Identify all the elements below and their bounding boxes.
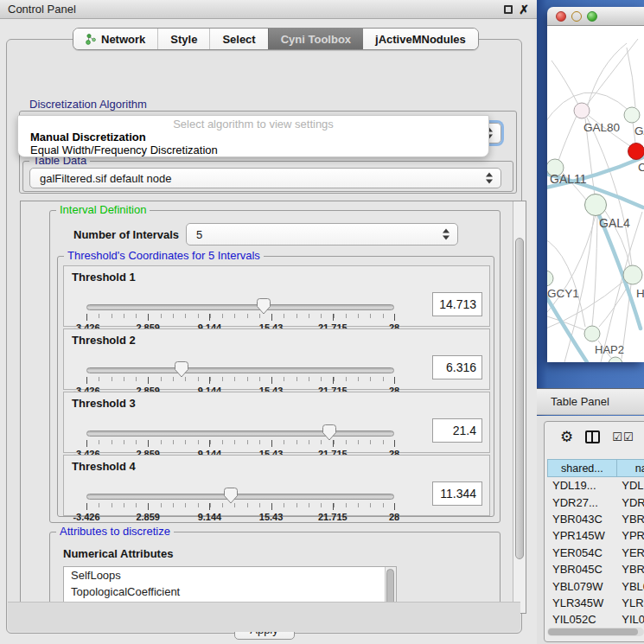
threshold-value-box[interactable]: 6.316 bbox=[432, 355, 482, 379]
table-cell-shared-name: YER054C bbox=[547, 546, 616, 559]
network-edge bbox=[547, 238, 585, 327]
gear-icon[interactable]: ⚙ bbox=[560, 430, 573, 444]
network-edge bbox=[587, 39, 638, 105]
tick-mark bbox=[86, 440, 87, 447]
network-edge bbox=[627, 48, 635, 107]
close-traffic-light[interactable] bbox=[556, 11, 566, 22]
minimize-traffic-light[interactable] bbox=[571, 11, 582, 22]
tick-mark bbox=[333, 377, 334, 384]
table-cell-name: YER054C bbox=[616, 546, 644, 559]
tick-mark bbox=[86, 314, 87, 321]
table-row[interactable]: YBR045CYBR045C bbox=[547, 561, 644, 577]
tick-mark bbox=[209, 377, 210, 384]
slider-track[interactable] bbox=[86, 430, 394, 437]
tick-label: 2.859 bbox=[136, 512, 160, 522]
popup-option-equal-width-frequency[interactable]: Equal Width/Frequency Discretization bbox=[30, 143, 218, 156]
discretization-algorithm-group-title: Discretization Algorithm bbox=[26, 99, 150, 111]
network-node[interactable] bbox=[547, 271, 553, 286]
popup-option-manual-discretization[interactable]: Manual Discretization bbox=[30, 131, 146, 143]
tick-label: 15.43 bbox=[259, 512, 284, 522]
table-row[interactable]: YIL052CYIL052C bbox=[547, 611, 644, 628]
network-node[interactable] bbox=[584, 326, 600, 341]
tick-label: 9.144 bbox=[198, 512, 222, 522]
slider-track[interactable] bbox=[86, 367, 394, 373]
threshold-value-box[interactable]: 14.713 bbox=[432, 292, 482, 316]
table-horizontal-scrollbar[interactable] bbox=[547, 628, 644, 636]
threshold-label: Threshold 4 bbox=[72, 460, 136, 473]
network-edge bbox=[592, 215, 597, 326]
control-panel-tabbar: Network Style Select Cyni Toolbox jActiv… bbox=[73, 28, 479, 50]
popup-placeholder: Select algorithm to view settings bbox=[18, 118, 488, 131]
network-edge bbox=[552, 61, 578, 105]
tab-cyni-toolbox[interactable]: Cyni Toolbox bbox=[268, 29, 363, 49]
threshold-value-box[interactable]: 21.4 bbox=[432, 418, 482, 443]
table-row[interactable]: YLR345WYLR345W bbox=[547, 595, 644, 611]
table-row[interactable]: YPR145WYPR145W bbox=[547, 527, 644, 544]
close-icon[interactable]: ✗ bbox=[519, 4, 529, 15]
tick-mark bbox=[333, 314, 334, 321]
threshold-slider: -3.4262.8599.14415.4321.71528 bbox=[86, 427, 394, 453]
num-intervals-combobox[interactable]: 5 bbox=[186, 223, 458, 245]
interval-definition-group-title: Interval Definition bbox=[56, 204, 150, 216]
threshold-label: Threshold 1 bbox=[72, 271, 136, 284]
threshold-row: Threshold 3-3.4262.8599.14415.4321.71528… bbox=[63, 392, 490, 453]
table-data-combobox[interactable]: galFiltered.sif default node bbox=[29, 168, 501, 188]
tab-style[interactable]: Style bbox=[157, 29, 209, 49]
tick-mark bbox=[148, 377, 149, 384]
tab-network[interactable]: Network bbox=[73, 29, 157, 49]
slider-handle[interactable] bbox=[175, 361, 188, 378]
settings-scrollbar[interactable] bbox=[513, 201, 526, 613]
slider-handle[interactable] bbox=[224, 488, 238, 504]
threshold-value-box[interactable]: 11.344 bbox=[432, 481, 482, 506]
table-row[interactable]: YBL079WYBL079W bbox=[547, 577, 644, 594]
threshold-rows: Threshold 1-3.4262.8599.14415.4321.71528… bbox=[63, 265, 488, 518]
table-cell-name: YBL079W bbox=[616, 580, 644, 593]
cyni-toolbox-panel: Discretization Algorithm Table Data galF… bbox=[6, 39, 522, 634]
attribute-list-item[interactable]: SelfLoops bbox=[64, 567, 396, 583]
slider-track[interactable] bbox=[86, 494, 394, 500]
scrollbar-thumb[interactable] bbox=[548, 628, 638, 635]
slider-handle[interactable] bbox=[257, 298, 271, 315]
slider-track[interactable] bbox=[86, 304, 394, 310]
attribute-list-item[interactable]: TopologicalCoefficient bbox=[64, 583, 396, 600]
column-header-name[interactable]: name bbox=[616, 459, 644, 477]
network-node[interactable] bbox=[574, 103, 590, 118]
network-canvas[interactable]: GAL80GACGAL11GAL4GCY1HHAP2 bbox=[547, 26, 644, 362]
table-cell-name: YDL19... bbox=[616, 479, 644, 492]
tick-mark bbox=[271, 314, 272, 321]
desktop-background: GAL80GACGAL11GAL4GCY1HHAP2 Table Panel ⚙… bbox=[537, 0, 644, 644]
interval-definition-group: Number of Intervals 5 Threshold 1-3.4262… bbox=[49, 210, 501, 523]
table-panel: ⚙ ☑☑ shared... name YDL19...YDL19...YDR2… bbox=[537, 416, 644, 644]
table-row[interactable]: YER054CYER054C bbox=[547, 545, 644, 561]
tab-jactivemnodules[interactable]: jActiveMNodules bbox=[363, 29, 478, 49]
network-node[interactable] bbox=[585, 194, 607, 216]
table-header-row: shared... name bbox=[547, 459, 644, 477]
tab-select[interactable]: Select bbox=[209, 29, 267, 49]
tick-mark bbox=[394, 314, 395, 321]
network-node[interactable] bbox=[623, 265, 642, 284]
node-table: shared... name YDL19...YDL19...YDR27...Y… bbox=[547, 459, 644, 628]
split-columns-icon[interactable] bbox=[585, 430, 600, 443]
table-cell-shared-name: YDR27... bbox=[547, 496, 616, 509]
network-node[interactable] bbox=[628, 143, 644, 160]
network-node[interactable] bbox=[624, 107, 640, 123]
network-node-label: GAL80 bbox=[583, 121, 620, 134]
table-row[interactable]: YDL19...YDL19... bbox=[547, 477, 644, 494]
table-row[interactable]: YDR27...YDR27... bbox=[547, 494, 644, 510]
scrollbar-thumb[interactable] bbox=[515, 238, 524, 559]
table-cell-name: YBR045C bbox=[616, 563, 644, 576]
table-panel-title: Table Panel bbox=[551, 395, 609, 408]
float-window-icon[interactable] bbox=[504, 5, 513, 14]
threshold-slider: -3.4262.8599.14415.4321.71528 bbox=[86, 301, 394, 327]
zoom-traffic-light[interactable] bbox=[587, 11, 597, 22]
tick-mark bbox=[86, 377, 87, 384]
tick-label: 21.715 bbox=[318, 512, 348, 522]
checkbox-icons[interactable]: ☑☑ bbox=[612, 430, 634, 443]
column-header-shared-name[interactable]: shared... bbox=[547, 459, 617, 477]
threshold-label: Threshold 2 bbox=[72, 334, 136, 347]
slider-handle[interactable] bbox=[322, 424, 336, 441]
tick-mark bbox=[394, 503, 395, 510]
table-row[interactable]: YBR043CYBR043C bbox=[547, 511, 644, 527]
threshold-row: Threshold 4-3.4262.8599.14415.4321.71528… bbox=[63, 455, 490, 516]
table-cell-name: YLR345W bbox=[616, 596, 644, 609]
